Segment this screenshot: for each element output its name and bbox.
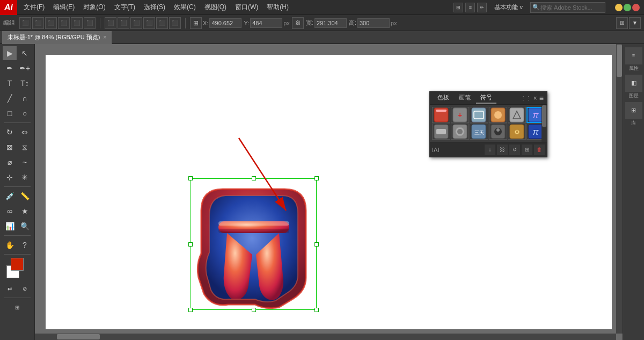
align-top-icon[interactable]: ⬛ xyxy=(58,17,70,29)
align-middle-icon[interactable]: ⬛ xyxy=(71,17,83,29)
menu-view[interactable]: 视图(Q) xyxy=(200,0,231,15)
scale-tool[interactable]: ⊠ xyxy=(3,140,17,154)
tab-brushes[interactable]: 画笔 xyxy=(455,92,475,104)
freeform-tool[interactable]: ⊹ xyxy=(3,170,17,184)
swap-colors-icon[interactable]: ⇄ xyxy=(3,281,17,295)
window-minimize[interactable] xyxy=(615,4,623,11)
adobe-stock-search[interactable] xyxy=(530,2,605,13)
align-center-icon[interactable]: ⬛ xyxy=(32,17,44,29)
layers-panel-btn[interactable]: ◧ xyxy=(625,75,642,92)
add-anchor-tool[interactable]: ✒+ xyxy=(18,61,32,75)
align-left-icon[interactable]: ⬛ xyxy=(19,17,31,29)
arrange-icon[interactable]: ≡ xyxy=(465,3,475,12)
panel-pin-icon[interactable]: ⋮⋮ xyxy=(521,95,531,101)
distrib4-icon[interactable]: ⬛ xyxy=(143,17,155,29)
menu-text[interactable]: 文字(T) xyxy=(110,0,140,15)
view-mode-icon[interactable]: ⊞ xyxy=(453,3,463,12)
align-right-icon[interactable]: ⬛ xyxy=(45,17,57,29)
symbol-spray-tool[interactable]: ★ xyxy=(18,204,32,218)
distrib3-icon[interactable]: ⬛ xyxy=(130,17,142,29)
menu-file[interactable]: 文件(F) xyxy=(19,0,49,15)
w-input[interactable] xyxy=(314,18,347,28)
reflect-tool[interactable]: ⇔ xyxy=(18,125,32,139)
type-tool[interactable]: T xyxy=(3,76,17,90)
screen-mode-icon[interactable]: ⊞ xyxy=(10,300,24,314)
symbol-swatch-10[interactable] xyxy=(489,124,507,140)
symbol-swatch-7[interactable] xyxy=(432,124,450,140)
select-tool[interactable]: ▶ xyxy=(3,46,17,60)
symbol-swatch-3[interactable] xyxy=(470,107,488,123)
distrib2-icon[interactable]: ⬛ xyxy=(118,17,129,29)
blend-tool[interactable]: ∞ xyxy=(3,204,17,218)
bar-graph-tool[interactable]: 📊 xyxy=(3,219,17,233)
symbol-swatch-1[interactable] xyxy=(432,107,450,123)
symbol-swatch-11[interactable]: ⚙ xyxy=(508,124,526,140)
eyedropper-tool[interactable]: 💉 xyxy=(3,189,17,203)
none-icon[interactable]: ⊘ xyxy=(18,281,32,295)
puppet-warp-tool[interactable]: ✳ xyxy=(18,170,32,184)
distrib5-icon[interactable]: ⬛ xyxy=(156,17,168,29)
horizontal-scrollbar[interactable] xyxy=(35,334,616,340)
measure-tool[interactable]: 📏 xyxy=(18,189,32,203)
menu-window[interactable]: 窗口(W) xyxy=(231,0,262,15)
width-tool[interactable]: ~ xyxy=(18,155,32,169)
panel-close-btn[interactable]: × xyxy=(533,95,537,102)
panel-scrollbar[interactable] xyxy=(541,105,547,142)
line-tool[interactable]: ╱ xyxy=(3,91,17,105)
menu-object[interactable]: 对象(O) xyxy=(79,0,109,15)
tab-close-btn[interactable]: × xyxy=(104,34,107,40)
symbol-swatch-4[interactable] xyxy=(489,107,507,123)
align-bottom-icon[interactable]: ⬛ xyxy=(84,17,96,29)
horizontal-scrollbar-thumb[interactable] xyxy=(57,334,100,339)
x-input[interactable] xyxy=(209,18,241,28)
shear-tool[interactable]: ⧖ xyxy=(18,140,32,154)
symbol-swatch-8[interactable] xyxy=(451,124,469,140)
menu-effect[interactable]: 效果(C) xyxy=(170,0,200,15)
menu-select[interactable]: 选择(S) xyxy=(140,0,170,15)
pi-artwork-selected[interactable] xyxy=(191,178,317,310)
arc-tool[interactable]: ∩ xyxy=(18,91,32,105)
link-wh-icon[interactable]: ⛓ xyxy=(292,17,304,29)
menu-edit[interactable]: 编辑(E) xyxy=(49,0,79,15)
grid-view-icon[interactable]: ⊞ xyxy=(616,17,628,29)
rotate-tool[interactable]: ↻ xyxy=(3,125,17,139)
symbol-swatch-5[interactable] xyxy=(508,107,526,123)
foreground-color-box[interactable] xyxy=(11,258,24,271)
more-options-icon[interactable]: ▼ xyxy=(629,17,641,29)
canvas-tab[interactable]: 未标题-1* @ 84% (RGB/GPU 预览) × xyxy=(2,31,112,44)
vertical-type-tool[interactable]: T↕ xyxy=(18,76,32,90)
symbol-swatch-2[interactable]: + xyxy=(451,107,469,123)
y-input[interactable] xyxy=(250,18,282,28)
symbol-swatch-9[interactable]: 三天 xyxy=(470,124,488,140)
pen-icon[interactable]: ✏ xyxy=(477,3,487,12)
rect-tool[interactable]: □ xyxy=(3,106,17,120)
transform-grid-icon[interactable]: ⊞ xyxy=(190,17,202,29)
ellipse-tool[interactable]: ○ xyxy=(18,106,32,120)
panel-scrollbar-thumb[interactable] xyxy=(542,105,546,127)
duplicate-symbol-btn[interactable]: ⊞ xyxy=(522,144,532,155)
tab-swatches[interactable]: 色板 xyxy=(433,92,453,104)
properties-panel-btn[interactable]: ≡ xyxy=(625,47,642,64)
panel-menu-btn[interactable]: ≡ xyxy=(539,94,544,103)
place-symbol-btn[interactable]: ↓ xyxy=(485,144,495,155)
menu-help[interactable]: 帮助(H) xyxy=(262,0,293,15)
hand-tool[interactable]: ✋ xyxy=(3,238,17,252)
window-close[interactable] xyxy=(632,4,640,11)
pen-tool[interactable]: ✒ xyxy=(3,61,17,75)
vertical-scrollbar-thumb[interactable] xyxy=(617,45,622,77)
zoom-tool[interactable]: 🔍 xyxy=(18,219,32,233)
loop-btn[interactable]: ↺ xyxy=(509,144,520,155)
distrib1-icon[interactable]: ⬛ xyxy=(105,17,116,29)
tab-symbols[interactable]: 符号 xyxy=(476,92,496,104)
canvas-area[interactable] xyxy=(35,44,623,340)
h-input[interactable] xyxy=(357,18,390,28)
window-maximize[interactable] xyxy=(624,4,631,11)
break-link-btn[interactable]: ⛓ xyxy=(497,144,508,155)
delete-symbol-btn[interactable]: 🗑 xyxy=(534,144,545,155)
libraries-panel-btn[interactable]: ⊞ xyxy=(625,102,642,119)
question-tool[interactable]: ? xyxy=(18,238,32,252)
vertical-scrollbar[interactable] xyxy=(616,44,623,334)
warp-tool[interactable]: ⌀ xyxy=(3,155,17,169)
direct-select-tool[interactable]: ↖ xyxy=(18,46,32,60)
distrib6-icon[interactable]: ⬛ xyxy=(169,17,181,29)
